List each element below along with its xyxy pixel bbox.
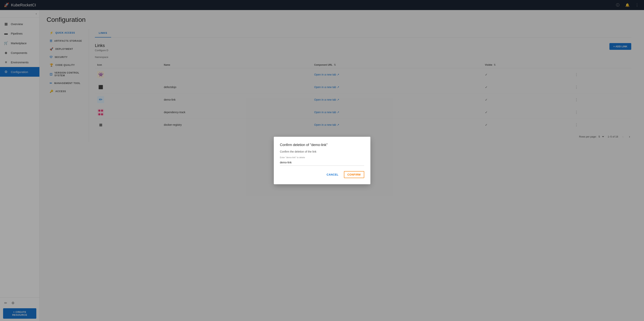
- modal-input-label: Enter "demo-link" to delete: [280, 156, 364, 159]
- modal-description: Confirm the deletion of the link: [280, 150, 364, 153]
- modal-title: Confirm deletion of "demo-link": [280, 143, 364, 147]
- delete-confirmation-modal: Confirm deletion of "demo-link" Confirm …: [274, 137, 370, 184]
- modal-actions: CANCEL CONFIRM: [280, 171, 364, 178]
- confirm-button[interactable]: CONFIRM: [344, 171, 364, 178]
- cancel-button[interactable]: CANCEL: [324, 172, 341, 178]
- modal-overlay: Confirm deletion of "demo-link" Confirm …: [0, 0, 644, 321]
- delete-confirmation-input[interactable]: [280, 159, 364, 166]
